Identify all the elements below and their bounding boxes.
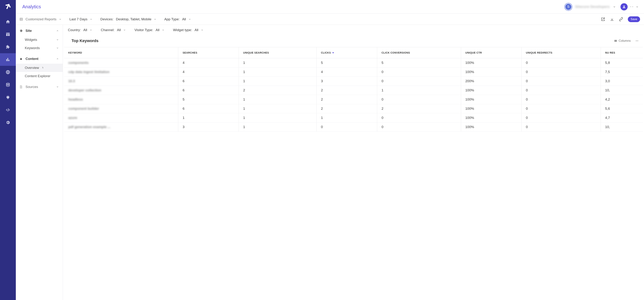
cell-keyword: azure xyxy=(64,113,178,123)
nav-analytics[interactable] xyxy=(0,53,16,66)
app-logo-icon xyxy=(4,3,12,11)
cell-unique-ctr: 100% xyxy=(461,95,522,104)
org-switcher[interactable]: S Sitecore Developers xyxy=(565,3,616,11)
filter-visitor-label: Visitor Type: xyxy=(134,28,153,32)
table-row[interactable]: 10.36130200%03,0 xyxy=(64,77,643,86)
sidebar-sources-label: Sources xyxy=(26,85,38,89)
sidebar-item-keywords[interactable]: Keywords xyxy=(16,44,63,52)
cell-searches: 4 xyxy=(178,68,239,77)
table-row[interactable]: pdf generation example ...3100100%010, xyxy=(64,123,643,132)
cell-keyword: component builder xyxy=(64,104,178,113)
sidebar-content-explorer-label: Content Explorer xyxy=(25,74,50,78)
nav-database[interactable] xyxy=(0,78,16,91)
table-row[interactable]: cdp data ingest limitation4140100%07,5 xyxy=(64,68,643,77)
table-row[interactable]: azure1110100%04,7 xyxy=(64,113,643,123)
filter-visitor-type[interactable]: Visitor Type: All xyxy=(134,28,164,32)
filter-country[interactable]: Country: All xyxy=(68,28,92,32)
sidebar-item-overview[interactable]: Overview xyxy=(16,64,63,72)
nav-code[interactable] xyxy=(0,104,16,116)
save-button[interactable]: Save xyxy=(628,16,640,22)
svg-point-0 xyxy=(636,41,636,41)
sidebar-section-sources[interactable]: Sources xyxy=(16,82,63,92)
filter-widget-value: All xyxy=(194,28,198,32)
col-clicks-label: CLICKS xyxy=(321,51,331,54)
nav-connectors[interactable] xyxy=(0,91,16,104)
col-nu-res[interactable]: NU RES xyxy=(601,47,643,58)
gear-icon xyxy=(20,29,23,32)
org-name: Sitecore Developers xyxy=(575,5,610,9)
cell-nu-res: 4,2 xyxy=(601,95,643,104)
nav-layout[interactable] xyxy=(0,28,16,41)
apptype-selector[interactable]: App Type: All xyxy=(164,17,191,21)
daterange-value: Last 7 Days xyxy=(69,17,87,21)
cell-keyword: components xyxy=(64,58,178,68)
cell-keyword: headless xyxy=(64,95,178,104)
col-clicks[interactable]: CLICKS xyxy=(316,47,377,58)
cell-keyword: cdp data ingest limitation xyxy=(64,68,178,77)
sidebar-site-label: Site xyxy=(26,29,32,33)
nav-home[interactable] xyxy=(0,16,16,28)
nav-settings[interactable] xyxy=(0,116,16,129)
sort-desc-icon xyxy=(332,52,334,53)
cell-clicks: 1 xyxy=(316,113,377,123)
chevron-down-icon xyxy=(90,18,92,21)
user-avatar-icon xyxy=(620,3,628,11)
svg-point-1 xyxy=(637,41,637,41)
share-icon[interactable] xyxy=(601,17,605,22)
cell-unique-ctr: 100% xyxy=(461,58,522,68)
table-row[interactable]: component builder6122100%05,6 xyxy=(64,104,643,113)
cursor-pointer-icon xyxy=(41,66,44,69)
download-icon[interactable] xyxy=(610,17,614,22)
col-keyword[interactable]: KEYWORD xyxy=(64,47,178,58)
chevron-down-icon xyxy=(90,29,92,31)
cell-nu-res: 4,7 xyxy=(601,113,643,123)
cell-searches: 6 xyxy=(178,104,239,113)
report-icon xyxy=(20,18,23,21)
cell-keyword: pdf generation example ... xyxy=(64,123,178,132)
cell-searches: 3 xyxy=(178,123,239,132)
sidebar-content-label: Content xyxy=(26,57,38,61)
devices-label: Devices: xyxy=(100,17,114,21)
date-range-selector[interactable]: Last 7 Days xyxy=(69,17,92,21)
panel-title: Top Keywords xyxy=(68,39,98,43)
cell-searches: 5 xyxy=(178,95,239,104)
nav-globe[interactable] xyxy=(0,66,16,78)
cell-clicks: 5 xyxy=(316,58,377,68)
cell-unique-searches: 1 xyxy=(239,58,316,68)
filter-channel[interactable]: Channel: All xyxy=(101,28,126,32)
col-click-conversions[interactable]: CLICK CONVERSIONS xyxy=(377,47,461,58)
chevron-down-icon xyxy=(201,29,204,31)
sidebar-item-content-explorer[interactable]: Content Explorer xyxy=(16,72,63,80)
sidebar-section-site[interactable]: Site xyxy=(16,26,63,36)
primary-nav xyxy=(0,0,16,300)
devices-selector[interactable]: Devices: Desktop, Tablet, Mobile xyxy=(100,17,156,21)
user-menu[interactable]: - - xyxy=(620,3,638,11)
col-unique-searches[interactable]: UNIQUE SEARCHES xyxy=(239,47,316,58)
header-bar: Analytics S Sitecore Developers - - xyxy=(16,0,644,14)
sidebar-item-widgets[interactable]: Widgets xyxy=(16,36,63,44)
table-row[interactable]: developer collection6221100%010, xyxy=(64,86,643,95)
cell-unique-ctr: 100% xyxy=(461,123,522,132)
cell-unique-ctr: 200% xyxy=(461,77,522,86)
table-row[interactable]: components4155100%05,8 xyxy=(64,58,643,68)
columns-button[interactable]: Columns xyxy=(614,39,631,43)
more-icon[interactable] xyxy=(636,39,638,43)
nav-plugins[interactable] xyxy=(0,41,16,53)
chevron-down-icon xyxy=(123,29,126,31)
table-row[interactable]: headless5120100%04,2 xyxy=(64,95,643,104)
cell-nu-res: 10, xyxy=(601,123,643,132)
reports-selector[interactable]: Customized Reports xyxy=(20,17,62,21)
filter-widget-type[interactable]: Widget type: All xyxy=(173,28,204,32)
cell-unique-searches: 1 xyxy=(239,113,316,123)
col-searches[interactable]: SEARCHES xyxy=(178,47,239,58)
col-unique-redirects[interactable]: UNIQUE REDIRECTS xyxy=(522,47,601,58)
apptype-value: All xyxy=(182,17,186,21)
cell-unique-ctr: 100% xyxy=(461,68,522,77)
filter-widget-label: Widget type: xyxy=(173,28,192,32)
col-unique-ctr[interactable]: UNIQUE CTR xyxy=(461,47,522,58)
link-icon[interactable] xyxy=(619,17,623,22)
cell-clicks: 0 xyxy=(316,123,377,132)
chevron-down-icon xyxy=(56,39,59,41)
sidebar-section-content[interactable]: Content xyxy=(16,54,63,64)
cell-click-conversions: 2 xyxy=(377,104,461,113)
